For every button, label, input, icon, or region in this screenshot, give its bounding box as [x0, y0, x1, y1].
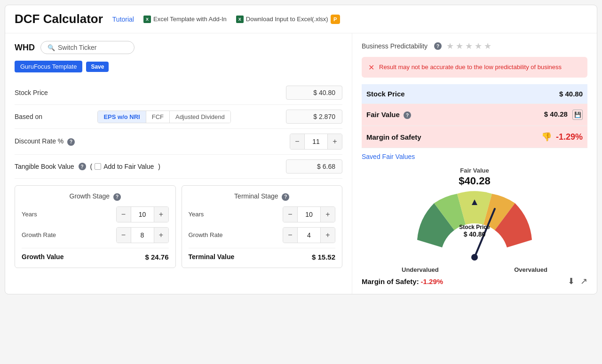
growth-years-value: 10: [131, 207, 154, 222]
predictability-help-icon[interactable]: ?: [434, 42, 442, 50]
stock-price-value[interactable]: $ 40.80: [286, 86, 342, 100]
growth-years-increment[interactable]: +: [154, 207, 168, 222]
discount-rate-value: 11: [304, 134, 328, 149]
terminal-value-row: Terminal Value $ 15.52: [189, 248, 336, 261]
growth-value-row: Growth Value $ 24.76: [22, 248, 169, 261]
search-icon: 🔍: [48, 44, 55, 51]
based-on-tabs: EPS w/o NRI FCF Adjusted Dividend: [97, 111, 230, 123]
margin-of-safety-bottom: Margin of Safety: -1.29%: [362, 277, 443, 285]
page-title: DCF Calculator: [15, 12, 103, 26]
download-excel-link[interactable]: X Download Input to Excel(.xlsx) P: [236, 15, 340, 24]
discount-rate-label: Discount Rate % ?: [15, 137, 75, 146]
tangible-book-value-row: Tangible Book Value ? ( Add to Fair Valu…: [15, 155, 342, 179]
star-1: ★: [446, 41, 454, 51]
right-panel: Business Predictability ? ★ ★ ★ ★ ★ ✕ Re…: [352, 33, 597, 294]
growth-rate-decrement[interactable]: −: [117, 228, 131, 243]
growth-stage-box: Growth Stage ? Years − 10 + Growth Rate: [15, 185, 176, 268]
tutorial-link[interactable]: Tutorial: [112, 16, 134, 23]
terminal-rate-stepper: − 4 +: [283, 227, 335, 243]
based-on-row: Based on EPS w/o NRI FCF Adjusted Divide…: [15, 105, 342, 129]
main-content: WHD 🔍 Switch Ticker GuruFocus Template S…: [5, 33, 597, 294]
stars: ★ ★ ★ ★ ★: [446, 41, 491, 51]
left-panel: WHD 🔍 Switch Ticker GuruFocus Template S…: [5, 33, 352, 294]
fair-value-result-value: $ 40.28 💾: [488, 104, 587, 126]
margin-of-safety-bottom-row: Margin of Safety: -1.29% ⬇ ↗: [362, 276, 587, 286]
terminal-stage-box: Terminal Stage ? Years − 10 + Growth Rat…: [182, 185, 343, 268]
growth-years-stepper: − 10 +: [116, 206, 169, 222]
gauge-svg-wrap: Stock Price $ 40.80: [402, 189, 547, 264]
excel-icon: X: [143, 16, 151, 23]
star-3: ★: [465, 41, 473, 51]
stock-price-row: Stock Price $ 40.80: [15, 81, 342, 105]
terminal-years-value: 10: [297, 207, 321, 222]
terminal-rate-decrement[interactable]: −: [283, 228, 297, 243]
ticker-row: WHD 🔍 Switch Ticker: [15, 41, 342, 54]
terminal-rate-increment[interactable]: +: [321, 228, 335, 243]
stock-price-result-label: Stock Price: [362, 84, 488, 104]
tab-fcf[interactable]: FCF: [146, 111, 170, 123]
growth-rate-increment[interactable]: +: [154, 228, 168, 243]
result-table: Stock Price $ 40.80 Fair Value ? $ 40.28…: [362, 84, 587, 148]
discount-rate-increment[interactable]: +: [328, 134, 342, 149]
growth-years-field: Years − 10 +: [22, 206, 169, 222]
discount-rate-decrement[interactable]: −: [290, 134, 304, 149]
stock-price-result-row: Stock Price $ 40.80: [362, 84, 587, 104]
save-button[interactable]: Save: [86, 62, 109, 72]
tangible-value: $ 6.68: [286, 159, 342, 174]
stock-price-label: Stock Price: [15, 89, 48, 96]
terminal-years-increment[interactable]: +: [321, 207, 335, 222]
gauge-container: Fair Value $40.28: [362, 167, 587, 286]
tab-eps[interactable]: EPS w/o NRI: [98, 111, 146, 123]
star-2: ★: [456, 41, 463, 51]
template-button[interactable]: GuruFocus Template: [15, 61, 82, 72]
undervalued-label: Undervalued: [402, 266, 439, 273]
template-row: GuruFocus Template Save: [15, 61, 342, 72]
tab-adjusted-dividend[interactable]: Adjusted Dividend: [170, 111, 230, 123]
growth-rate-stepper: − 8 +: [116, 227, 169, 243]
header: DCF Calculator Tutorial X Excel Template…: [5, 5, 597, 33]
growth-years-decrement[interactable]: −: [117, 207, 131, 222]
predictability-row: Business Predictability ? ★ ★ ★ ★ ★: [362, 41, 587, 51]
share-icon[interactable]: ↗: [580, 276, 587, 286]
discount-rate-row: Discount Rate % ? − 11 +: [15, 129, 342, 155]
overvalued-label: Overvalued: [514, 266, 547, 273]
margin-of-safety-result-row: Margin of Safety 👎 -1.29%: [362, 126, 587, 148]
warning-box: ✕ Result may not be accurate due to the …: [362, 57, 587, 78]
growth-stage-help-icon[interactable]: ?: [113, 193, 121, 201]
discount-rate-stepper: − 11 +: [290, 134, 342, 150]
stages-container: Growth Stage ? Years − 10 + Growth Rate: [15, 185, 342, 268]
terminal-rate-value: 4: [297, 228, 321, 243]
tangible-checkbox[interactable]: [95, 163, 101, 170]
terminal-stage-help-icon[interactable]: ?: [282, 193, 289, 201]
terminal-years-decrement[interactable]: −: [283, 207, 297, 222]
switch-ticker-input[interactable]: 🔍 Switch Ticker: [40, 41, 135, 54]
terminal-years-stepper: − 10 +: [283, 206, 335, 222]
fair-value-help-icon[interactable]: ?: [404, 111, 411, 119]
discount-rate-help-icon[interactable]: ?: [67, 138, 75, 146]
fair-value-save-icon[interactable]: 💾: [572, 110, 583, 120]
fair-value-result-row: Fair Value ? $ 40.28 💾: [362, 104, 587, 126]
growth-rate-field: Growth Rate − 8 +: [22, 227, 169, 243]
based-on-value: $ 2.870: [286, 110, 342, 124]
tangible-label: Tangible Book Value ? ( Add to Fair Valu…: [15, 163, 160, 170]
saved-fair-values-link[interactable]: Saved Fair Values: [362, 153, 587, 160]
star-4: ★: [475, 41, 482, 51]
thumbs-down-icon: 👎: [541, 132, 552, 142]
tangible-help-icon[interactable]: ?: [79, 163, 86, 170]
gauge-fair-value-amount: $40.28: [459, 175, 490, 187]
star-5: ★: [484, 41, 491, 51]
excel-download-icon: X: [236, 16, 244, 23]
margin-of-safety-result-label: Margin of Safety: [362, 126, 488, 148]
terminal-stage-title: Terminal Stage ?: [189, 192, 336, 201]
stock-price-result-value: $ 40.80: [488, 84, 587, 104]
gauge-action-icons: ⬇ ↗: [568, 276, 587, 286]
ticker-label: WHD: [15, 43, 35, 53]
margin-of-safety-result-value: 👎 -1.29%: [488, 126, 587, 148]
terminal-rate-field: Growth Rate − 4 +: [189, 227, 336, 243]
warning-text: Result may not be accurate due to the lo…: [379, 63, 562, 72]
download-icon[interactable]: ⬇: [568, 276, 575, 286]
based-on-label: Based on: [15, 113, 42, 120]
growth-stage-title: Growth Stage ?: [22, 192, 169, 201]
excel-template-link[interactable]: X Excel Template with Add-In: [143, 16, 227, 23]
gauge-bottom-labels: Undervalued Overvalued: [402, 266, 547, 273]
